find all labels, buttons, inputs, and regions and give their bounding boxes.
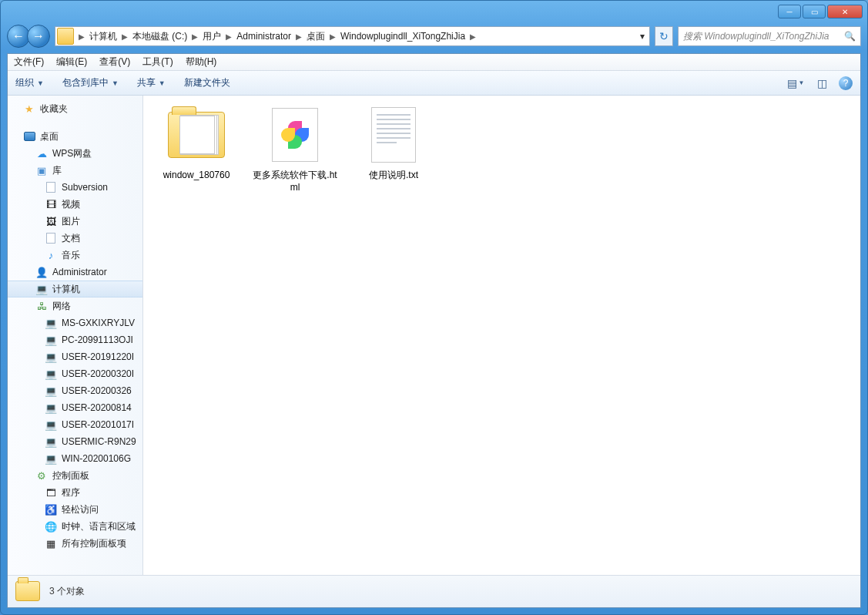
sidebar-label: Subversion [62, 182, 108, 193]
sidebar-cp-ease[interactable]: ♿轻松访问 [8, 501, 142, 518]
folder-icon [166, 105, 226, 165]
sidebar-label: 库 [52, 164, 62, 177]
address-bar[interactable]: ▶ 计算机 ▶ 本地磁盘 (C:) ▶ 用户 ▶ Administrator ▶… [55, 26, 650, 46]
status-folder-icon [15, 581, 40, 603]
refresh-icon: ↻ [659, 30, 669, 42]
sidebar-desktop[interactable]: 桌面 [8, 128, 142, 145]
chevron-right-icon[interactable]: ▶ [223, 32, 235, 41]
sidebar-label: 程序 [62, 486, 80, 499]
arrow-left-icon: ← [12, 29, 25, 43]
file-item-html[interactable]: 更多系统软件下载.html [250, 105, 340, 193]
sidebar-network[interactable]: 🖧 网络 [8, 297, 142, 314]
sidebar-lib-documents[interactable]: 文档 [8, 230, 142, 247]
sidebar-network-pc[interactable]: 💻USER-20191220I [8, 348, 142, 365]
close-button[interactable]: ✕ [827, 5, 863, 18]
file-label: 使用说明.txt [369, 170, 418, 182]
file-view[interactable]: window_180760 更多系统软件下载.html [143, 96, 860, 575]
chevron-right-icon[interactable]: ▶ [327, 32, 339, 41]
change-view-button[interactable]: ▤ ▼ [786, 76, 805, 91]
sidebar-libraries[interactable]: ▣ 库 [8, 162, 142, 179]
breadcrumb-item[interactable]: Administrator [235, 31, 293, 42]
chevron-right-icon[interactable]: ▶ [189, 32, 201, 41]
sidebar-control-panel[interactable]: ⚙ 控制面板 [8, 467, 142, 484]
include-label: 包含到库中 [62, 76, 109, 89]
computer-icon: 💻 [45, 385, 57, 397]
chevron-right-icon[interactable]: ▶ [467, 32, 479, 41]
forward-button[interactable]: → [27, 25, 50, 48]
music-icon: ♪ [45, 249, 57, 261]
sidebar-cp-all[interactable]: ▦所有控制面板项 [8, 535, 142, 552]
sidebar-administrator[interactable]: 👤 Administrator [8, 264, 142, 281]
sidebar-cp-programs[interactable]: 🗔程序 [8, 484, 142, 501]
new-folder-button[interactable]: 新建文件夹 [184, 76, 230, 89]
chevron-right-icon[interactable]: ▶ [75, 32, 88, 41]
menu-file[interactable]: 文件(F) [14, 55, 44, 69]
menu-edit[interactable]: 编辑(E) [56, 55, 87, 69]
sidebar-network-pc[interactable]: 💻USER-20201017I [8, 416, 142, 433]
html-file-icon [265, 105, 325, 165]
sidebar-network-pc[interactable]: 💻PC-20991113OJI [8, 331, 142, 348]
address-dropdown[interactable]: ▾ [635, 31, 649, 42]
sidebar-network-pc[interactable]: 💻MS-GXKIXRYJLV [8, 314, 142, 331]
status-text: 3 个对象 [49, 585, 85, 598]
navigation-pane[interactable]: ★ 收藏夹 桌面 ☁ WPS网盘 ▣ 库 Subv [8, 96, 143, 575]
sidebar-label: Administrator [52, 267, 107, 277]
all-items-icon: ▦ [45, 537, 57, 549]
sidebar-wps[interactable]: ☁ WPS网盘 [8, 145, 142, 162]
refresh-button[interactable]: ↻ [655, 26, 673, 46]
document-icon [46, 182, 55, 193]
sidebar-cp-region[interactable]: 🌐时钟、语言和区域 [8, 518, 142, 535]
sidebar-lib-video[interactable]: 🎞 视频 [8, 196, 142, 213]
search-icon: 🔍 [844, 31, 856, 42]
minimize-button[interactable]: ─ [778, 5, 801, 18]
help-button[interactable]: ? [839, 76, 853, 90]
sidebar-label: 图片 [62, 215, 80, 228]
arrow-right-icon: → [32, 29, 45, 43]
chevron-right-icon[interactable]: ▶ [293, 32, 305, 41]
control-panel-icon: ⚙ [35, 469, 48, 482]
breadcrumb-item[interactable]: 用户 [201, 30, 223, 43]
sidebar-lib-subversion[interactable]: Subversion [8, 179, 142, 196]
breadcrumb-item[interactable]: 本地磁盘 (C:) [131, 30, 189, 43]
programs-icon: 🗔 [45, 486, 57, 499]
sidebar-network-pc[interactable]: 💻USER-20200320I [8, 365, 142, 382]
sidebar-network-pc[interactable]: 💻USERMIC-R9N29 [8, 433, 142, 450]
menu-view[interactable]: 查看(V) [99, 55, 130, 69]
folder-icon [57, 28, 74, 45]
breadcrumb-item[interactable]: 计算机 [88, 30, 119, 43]
sidebar-network-pc[interactable]: 💻WIN-20200106G [8, 450, 142, 467]
computer-icon: 💻 [45, 418, 57, 431]
breadcrumb-item[interactable]: Windowplugindll_XiTongZhiJia [339, 31, 467, 42]
sidebar-network-pc[interactable]: 💻USER-20200326 [8, 382, 142, 399]
clock-icon: 🌐 [45, 520, 57, 533]
help-icon: ? [843, 78, 849, 89]
file-item-txt[interactable]: 使用说明.txt [348, 105, 439, 182]
file-item-folder[interactable]: window_180760 [151, 105, 242, 182]
sidebar-network-pc[interactable]: 💻USER-20200814 [8, 399, 142, 416]
sidebar-lib-pictures[interactable]: 🖼 图片 [8, 213, 142, 230]
organize-button[interactable]: 组织 ▼ [15, 76, 44, 89]
share-button[interactable]: 共享 ▼ [137, 76, 166, 89]
menu-tools[interactable]: 工具(T) [142, 55, 173, 69]
preview-pane-button[interactable]: ◫ [813, 76, 831, 91]
menu-help[interactable]: 帮助(H) [186, 55, 217, 69]
sidebar-label: USER-20191220I [62, 351, 134, 362]
sidebar-label: 轻松访问 [62, 503, 99, 516]
library-icon: ▣ [35, 164, 48, 176]
breadcrumb-item[interactable]: 桌面 [305, 30, 327, 43]
sidebar-label: 计算机 [52, 283, 80, 296]
chevron-right-icon[interactable]: ▶ [119, 32, 131, 41]
sidebar-favorites[interactable]: ★ 收藏夹 [8, 100, 142, 117]
search-box[interactable]: 搜索 Windowplugindll_XiTongZhiJia 🔍 [678, 26, 861, 46]
maximize-button[interactable]: ▭ [803, 5, 826, 18]
sidebar-computer[interactable]: 💻 计算机 [8, 281, 142, 297]
preview-pane-icon: ◫ [817, 77, 827, 89]
cloud-icon: ☁ [35, 147, 48, 160]
sidebar-lib-music[interactable]: ♪ 音乐 [8, 247, 142, 264]
nav-row: ← → ▶ 计算机 ▶ 本地磁盘 (C:) ▶ 用户 ▶ Administrat… [7, 22, 861, 50]
sidebar-label: USER-20200814 [62, 402, 132, 413]
sidebar-label: 网络 [52, 300, 71, 313]
chevron-down-icon: ▼ [799, 79, 805, 86]
include-in-library-button[interactable]: 包含到库中 ▼ [62, 76, 119, 89]
document-icon [46, 233, 55, 244]
